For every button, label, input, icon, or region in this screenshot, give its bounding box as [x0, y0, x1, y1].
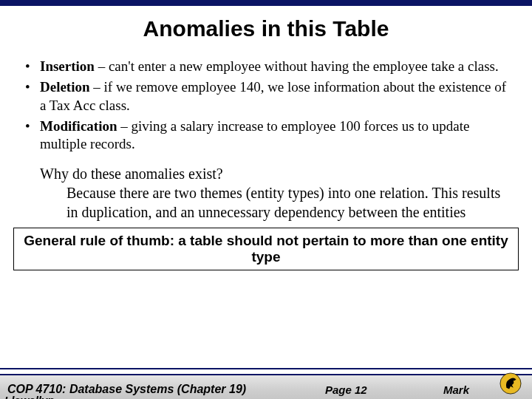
slide-content: Insertion – can't enter a new employee w… [0, 58, 532, 222]
top-accent-bar [0, 0, 532, 6]
footer-page: Page 12 [325, 383, 367, 396]
footer-top-line [0, 368, 532, 369]
bullet-modification: Modification – giving a salary increase … [25, 117, 511, 154]
why-block: Why do these anomalies exist? Because th… [25, 164, 511, 222]
footer-author: Mark [443, 383, 469, 396]
bullet-term: Insertion [40, 58, 95, 74]
bullet-insertion: Insertion – can't enter a new employee w… [25, 58, 511, 75]
footer-author-cut: Llewellyn [4, 394, 55, 399]
ucf-pegasus-logo-icon [499, 372, 522, 395]
rule-of-thumb-box: General rule of thumb: a table should no… [13, 228, 519, 270]
why-question: Why do these anomalies exist? [40, 164, 511, 183]
footer: COP 4710: Database Systems (Chapter 19) … [0, 368, 532, 399]
bullet-term: Modification [40, 118, 117, 134]
bullet-text: – can't enter a new employee without hav… [95, 58, 499, 74]
bullet-deletion: Deletion – if we remove employee 140, we… [25, 78, 511, 115]
slide-title: Anomalies in this Table [0, 16, 532, 41]
bullet-term: Deletion [40, 79, 90, 95]
bullet-list: Insertion – can't enter a new employee w… [25, 58, 511, 154]
why-answer: Because there are two themes (entity typ… [40, 183, 511, 222]
bullet-text: – if we remove employee 140, we lose inf… [40, 79, 506, 112]
